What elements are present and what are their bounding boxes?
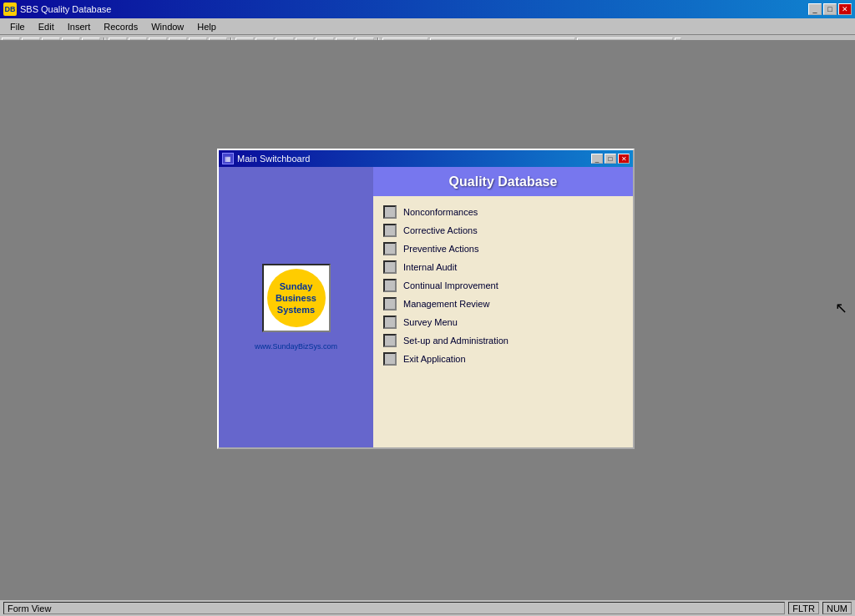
status-indicators: FLTR NUM: [788, 602, 852, 614]
checkbox-preventive-actions[interactable]: [383, 242, 397, 255]
label-management-review: Management Review: [403, 299, 489, 309]
menu-records[interactable]: Records: [97, 20, 144, 33]
close-button[interactable]: ✕: [838, 3, 852, 15]
status-form-view: Form View: [3, 602, 785, 614]
menu-item-internal-audit[interactable]: Internal Audit: [382, 258, 625, 276]
logo-url: www.SundayBizSys.com: [255, 342, 337, 351]
status-fltr: FLTR: [788, 602, 819, 614]
menu-item-setup-admin[interactable]: Set-up and Administration: [382, 331, 625, 350]
maximize-button[interactable]: □: [823, 3, 837, 15]
minimize-button[interactable]: _: [808, 3, 822, 15]
menu-item-corrective-actions[interactable]: Corrective Actions: [382, 221, 625, 240]
label-continual-improvement: Continual Improvement: [403, 280, 498, 290]
menu-item-management-review[interactable]: Management Review: [382, 295, 625, 313]
inner-window-title: Main Switchboard: [237, 154, 310, 164]
app-icon: DB: [3, 3, 17, 16]
label-internal-audit: Internal Audit: [403, 262, 457, 272]
label-corrective-actions: Corrective Actions: [403, 225, 478, 235]
checkbox-survey-menu[interactable]: [383, 316, 397, 329]
window-controls: _ □ ✕: [808, 3, 852, 15]
cursor: ↖: [835, 299, 847, 317]
main-switchboard-window: ▦ Main Switchboard _ □ ✕ Sunday Business…: [217, 149, 635, 449]
logo-line3: Systems: [277, 304, 315, 316]
checkbox-management-review[interactable]: [383, 297, 397, 311]
menu-item-survey-menu[interactable]: Survey Menu: [382, 313, 625, 331]
menu-item-continual-improvement[interactable]: Continual Improvement: [382, 276, 625, 295]
inner-maximize-button[interactable]: □: [605, 154, 616, 164]
menu-window[interactable]: Window: [144, 20, 190, 33]
checkbox-internal-audit[interactable]: [383, 260, 397, 274]
window-content: Sunday Business Systems www.SundayBizSys…: [219, 167, 633, 447]
inner-window-icon: ▦: [222, 153, 234, 164]
panel-header: Quality Database: [373, 167, 633, 196]
left-panel: Sunday Business Systems www.SundayBizSys…: [219, 167, 373, 447]
menu-item-nonconformances[interactable]: Nonconformances: [382, 203, 625, 221]
menu-help[interactable]: Help: [190, 20, 223, 33]
menu-bar: File Edit Insert Records Window Help: [0, 18, 855, 35]
status-text: Form View: [8, 603, 51, 613]
inner-title-bar: ▦ Main Switchboard _ □ ✕: [219, 150, 633, 167]
inner-close-button[interactable]: ✕: [618, 154, 630, 164]
menu-file[interactable]: File: [3, 20, 32, 33]
menu-insert[interactable]: Insert: [61, 20, 98, 33]
right-panel: Quality Database Nonconformances Correct…: [373, 167, 633, 447]
app-title: SBS Quality Database: [20, 4, 111, 14]
label-nonconformances: Nonconformances: [403, 207, 478, 217]
desktop: ▦ Main Switchboard _ □ ✕ Sunday Business…: [0, 40, 855, 599]
label-exit-app: Exit Application: [403, 354, 466, 364]
menu-edit[interactable]: Edit: [32, 20, 61, 33]
logo-container: Sunday Business Systems: [262, 264, 331, 332]
title-bar: DB SBS Quality Database _ □ ✕: [0, 0, 855, 18]
checkbox-corrective-actions[interactable]: [383, 224, 397, 237]
inner-window-controls: _ □ ✕: [591, 154, 630, 164]
panel-title: Quality Database: [449, 174, 558, 189]
checkbox-setup-admin[interactable]: [383, 334, 397, 347]
label-survey-menu: Survey Menu: [403, 317, 458, 327]
label-preventive-actions: Preventive Actions: [403, 244, 479, 254]
logo-line2: Business: [276, 292, 316, 304]
inner-minimize-button[interactable]: _: [591, 154, 603, 164]
status-bar: Form View FLTR NUM: [0, 599, 855, 616]
logo-circle: Sunday Business Systems: [267, 269, 326, 327]
logo-line1: Sunday: [280, 280, 313, 292]
menu-item-preventive-actions[interactable]: Preventive Actions: [382, 240, 625, 258]
checkbox-nonconformances[interactable]: [383, 205, 397, 219]
label-setup-admin: Set-up and Administration: [403, 336, 508, 346]
menu-item-exit-app[interactable]: Exit Application: [382, 350, 625, 368]
status-num: NUM: [822, 602, 852, 614]
checkbox-exit-app[interactable]: [383, 352, 397, 366]
menu-list: Nonconformances Corrective Actions Preve…: [373, 196, 633, 447]
checkbox-continual-improvement[interactable]: [383, 279, 397, 292]
